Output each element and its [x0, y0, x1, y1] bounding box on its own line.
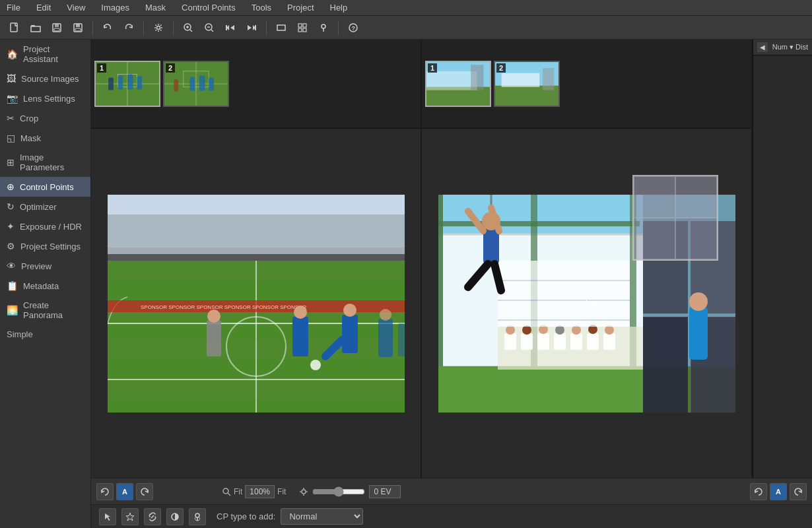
svg-rect-7	[75, 28, 81, 31]
left-auto-button[interactable]: A	[116, 483, 133, 500]
left-main-image[interactable]: SPONSOR SPONSOR SPONSOR SPONSOR SPONSOR …	[91, 129, 421, 478]
refresh-icon	[140, 487, 149, 496]
svg-rect-103	[643, 221, 688, 314]
menu-file[interactable]: File	[4, 1, 23, 14]
left-reset-button[interactable]	[96, 483, 114, 500]
new-button[interactable]	[5, 18, 24, 37]
right-auto-button[interactable]: A	[770, 483, 787, 500]
menu-images[interactable]: Images	[98, 1, 132, 14]
right-thumb-1[interactable]: 1	[425, 61, 491, 107]
zoom-fit-label-left: Fit	[234, 487, 242, 496]
save-icon	[73, 22, 83, 33]
brightness-icon	[299, 487, 308, 496]
right-main-image[interactable]	[422, 129, 751, 478]
svg-rect-32	[137, 76, 142, 89]
menu-mask[interactable]: Mask	[143, 1, 168, 14]
right-refresh-button[interactable]	[790, 483, 807, 500]
right-reset-icon	[754, 487, 763, 496]
sidebar-item-project-settings[interactable]: ⚙ Project Settings	[0, 236, 90, 256]
grid-button[interactable]	[293, 18, 312, 37]
svg-point-95	[572, 325, 581, 335]
right-thumb-2[interactable]: 2	[494, 61, 560, 107]
left-thumb-2[interactable]: 2	[163, 61, 229, 107]
menu-view[interactable]: View	[64, 1, 88, 14]
sidebar-item-preview[interactable]: 👁 Preview	[0, 256, 90, 276]
sidebar-label-control-points: Control Points	[20, 182, 74, 192]
sidebar-item-image-parameters[interactable]: ⊞ Image Parameters	[0, 148, 90, 177]
stats-header: ◀ Num ▾ Dist	[753, 40, 812, 55]
svg-point-91	[506, 325, 515, 335]
svg-rect-0	[11, 23, 17, 32]
preview-icon: 👁	[7, 261, 16, 271]
settings-button[interactable]	[149, 18, 168, 37]
cp-tool-star[interactable]	[121, 508, 139, 525]
menu-edit[interactable]: Edit	[34, 1, 53, 14]
crosshair	[580, 297, 593, 310]
svg-rect-38	[189, 77, 195, 90]
left-thumb-1[interactable]: 1	[94, 61, 160, 107]
svg-point-94	[555, 325, 564, 335]
next-button[interactable]	[242, 18, 261, 37]
collapse-stats-button[interactable]: ◀	[757, 42, 768, 52]
svg-rect-89	[587, 333, 599, 350]
zoom-percent-left: 100%	[245, 485, 275, 498]
cp-tool-contrast[interactable]	[166, 508, 184, 525]
menu-control-points[interactable]: Control Points	[179, 1, 238, 14]
svg-rect-117	[689, 307, 708, 360]
svg-point-8	[157, 26, 160, 29]
svg-rect-72	[502, 73, 540, 87]
undo-button[interactable]	[98, 18, 117, 37]
images-icon: 🖼	[7, 73, 16, 84]
redo-button[interactable]	[119, 18, 138, 37]
svg-rect-68	[426, 71, 477, 90]
svg-rect-37	[174, 79, 178, 91]
zoom-out-button[interactable]	[200, 18, 219, 37]
rect-button[interactable]	[272, 18, 290, 37]
new-icon	[9, 22, 20, 33]
svg-rect-19	[303, 24, 306, 27]
menu-bar: File Edit View Images Mask Control Point…	[0, 0, 812, 16]
sidebar-item-lens-settings[interactable]: 📷 Lens Settings	[0, 88, 90, 108]
pin-button[interactable]	[314, 18, 333, 37]
ev-slider[interactable]	[312, 486, 365, 497]
menu-project[interactable]: Project	[285, 1, 316, 14]
sidebar-item-create-panorama[interactable]: 🌅 Create Panorama	[0, 296, 90, 325]
svg-text:SPONSOR SPONSOR SPONSOR SPONSO: SPONSOR SPONSOR SPONSOR SPONSOR SPONSOR …	[141, 304, 306, 310]
sidebar-item-crop[interactable]: ✂ Crop	[0, 108, 90, 128]
svg-rect-85	[521, 333, 533, 350]
menu-tools[interactable]: Tools	[249, 1, 274, 14]
cp-type-select[interactable]: Normal Horizontal Line Vertical Line Str…	[281, 508, 363, 525]
stats-header-label: Num ▾ Dist	[772, 43, 808, 51]
svg-rect-105	[643, 317, 688, 412]
sidebar-item-mask[interactable]: ◱ Mask	[0, 128, 90, 148]
save-partial-button[interactable]	[48, 18, 66, 37]
sidebar-item-source-images[interactable]: 🖼 Source Images	[0, 69, 90, 88]
sidebar-item-exposure-hdr[interactable]: ✦ Exposure / HDR	[0, 216, 90, 236]
help-icon: ?	[348, 22, 358, 33]
sidebar-item-metadata[interactable]: 📋 Metadata	[0, 276, 90, 296]
prev-button[interactable]	[221, 18, 240, 37]
sidebar-item-simple[interactable]: Simple	[0, 325, 90, 344]
help-button[interactable]: ?	[344, 18, 362, 37]
sidebar-item-optimizer[interactable]: ↻ Optimizer	[0, 197, 90, 216]
cp-tool-cursor[interactable]	[99, 508, 116, 525]
left-refresh-button[interactable]	[136, 483, 153, 500]
sidebar-label-preview: Preview	[21, 261, 51, 271]
sidebar-item-project-assistant[interactable]: 🏠 Project Assistant	[0, 40, 90, 69]
svg-point-63	[380, 309, 391, 321]
right-reset-button[interactable]	[750, 483, 767, 500]
cp-type-label: CP type to add:	[217, 512, 275, 521]
settings-icon	[153, 22, 164, 33]
open-button[interactable]	[26, 18, 45, 37]
svg-point-97	[605, 325, 614, 335]
svg-rect-73	[543, 68, 554, 90]
menu-help[interactable]: Help	[327, 1, 351, 14]
save-button[interactable]	[69, 18, 87, 37]
svg-rect-62	[378, 319, 393, 357]
svg-rect-55	[207, 320, 221, 356]
zoom-in-button[interactable]	[179, 18, 197, 37]
sidebar-item-control-points[interactable]: ⊕ Control Points	[0, 177, 90, 197]
cp-tool-pin[interactable]	[189, 508, 206, 525]
exposure-icon: ✦	[7, 221, 15, 232]
cp-tool-link[interactable]	[144, 508, 161, 525]
